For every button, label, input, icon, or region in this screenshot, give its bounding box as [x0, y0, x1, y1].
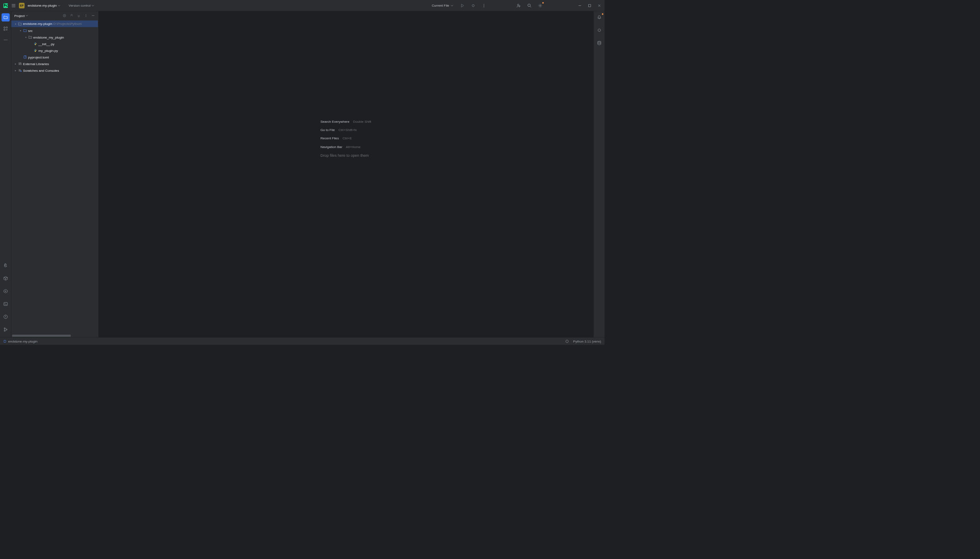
sidebar-title-label: Project [15, 14, 25, 17]
project-tool-button[interactable] [1, 13, 10, 22]
run-config-label: Current File [432, 4, 449, 7]
sidebar-hscrollbar[interactable] [11, 335, 98, 337]
right-tool-strip [593, 11, 604, 337]
python-packages-button[interactable] [1, 274, 10, 282]
status-module-name[interactable]: endstone-my-plugin [8, 339, 37, 343]
run-button[interactable] [459, 2, 466, 9]
hamburger-icon[interactable] [11, 3, 16, 8]
tree-label: External Libraries [23, 62, 49, 66]
svg-point-25 [86, 15, 86, 16]
titlebar: PC EP endstone-my-plugin Version control… [0, 0, 605, 11]
tree-label: __init__.py [39, 42, 55, 46]
tree-label: pyproject.toml [28, 55, 49, 59]
svg-text:T: T [24, 55, 27, 58]
tree-label: Scratches and Consoles [23, 68, 59, 72]
chevron-down-icon [92, 4, 94, 7]
project-dropdown[interactable]: endstone-my-plugin [28, 4, 61, 7]
hint-shortcut: Alt+Home [346, 145, 360, 148]
folder-icon [23, 29, 27, 32]
main: Project ▾ endstone-my-plugin D:\Projects… [0, 11, 605, 337]
select-opened-file-icon[interactable] [63, 14, 66, 17]
tree-file-init[interactable]: __init__.py [11, 40, 98, 47]
statusbar: endstone-my-plugin Python 3.11 (venv) [0, 337, 605, 345]
chevron-right-icon[interactable]: ▸ [14, 69, 17, 72]
svg-point-29 [35, 49, 35, 50]
editor-hints: Search Everywhere Double Shift Go to Fil… [320, 119, 371, 158]
hint-action: Go to File [320, 128, 335, 131]
more-actions-icon[interactable] [480, 2, 488, 9]
vcs-label: Version control [68, 4, 90, 7]
hint-go-to-file: Go to File Ctrl+Shift+N [320, 128, 371, 131]
chevron-right-icon[interactable]: ▸ [14, 62, 17, 65]
collapse-all-icon[interactable] [77, 14, 81, 17]
tree-file-plugin[interactable]: my_plugin.py [11, 47, 98, 54]
svg-point-8 [528, 4, 530, 6]
tree-file-pyproject[interactable]: T pyproject.toml [11, 54, 98, 61]
expand-all-icon[interactable] [70, 14, 73, 17]
project-tree[interactable]: ▾ endstone-my-plugin D:\Projects\Python\… [11, 20, 98, 335]
project-sidebar: Project ▾ endstone-my-plugin D:\Projects… [11, 11, 98, 337]
tree-external-libraries[interactable]: ▸ External Libraries [11, 61, 98, 67]
structure-tool-button[interactable] [1, 24, 10, 33]
chevron-down-icon[interactable]: ▾ [24, 36, 28, 39]
close-button[interactable] [597, 4, 601, 7]
tree-scratches[interactable]: ▸ Scratches and Consoles [11, 67, 98, 74]
python-file-icon [33, 49, 37, 52]
debug-button[interactable] [470, 2, 477, 9]
services-button[interactable] [1, 287, 10, 295]
notifications-button[interactable] [595, 13, 603, 22]
svg-rect-13 [4, 29, 5, 30]
titlebar-right: Current File [432, 2, 603, 9]
sidebar-options-icon[interactable] [84, 14, 88, 17]
app-icon[interactable]: PC [3, 3, 8, 8]
vcs-dropdown[interactable]: Version control [68, 4, 94, 7]
hint-shortcut: Double Shift [353, 119, 371, 123]
hide-sidebar-icon[interactable] [91, 14, 95, 17]
scratches-icon [18, 68, 22, 72]
tree-folder-pkg[interactable]: ▾ endstone_my_plugin [11, 34, 98, 40]
more-tools-button[interactable] [1, 36, 10, 44]
svg-point-4 [484, 4, 485, 5]
left-tool-strip [0, 11, 11, 337]
hint-search-everywhere: Search Everywhere Double Shift [320, 119, 371, 123]
search-icon[interactable] [526, 2, 533, 9]
ai-assistant-button[interactable] [595, 26, 603, 34]
run-config-dropdown[interactable]: Current File [432, 4, 454, 7]
status-python-interpreter[interactable]: Python 3.11 (venv) [573, 339, 601, 343]
terminal-button[interactable] [1, 300, 10, 308]
chevron-down-icon[interactable]: ▾ [19, 29, 23, 32]
chevron-down-icon[interactable]: ▾ [14, 22, 17, 25]
statusbar-right: Python 3.11 (venv) [565, 339, 601, 343]
python-console-button[interactable] [1, 262, 10, 270]
svg-point-16 [7, 39, 7, 40]
svg-point-28 [35, 43, 35, 43]
interpreter-icon[interactable] [565, 339, 569, 343]
vcs-button[interactable] [1, 326, 10, 334]
hint-navigation-bar: Navigation Bar Alt+Home [320, 145, 371, 148]
svg-point-20 [4, 331, 5, 331]
svg-point-27 [30, 37, 30, 37]
titlebar-left: PC EP endstone-my-plugin Version control [2, 2, 94, 8]
python-file-icon [33, 42, 37, 46]
hint-shortcut: Ctrl+E [342, 136, 352, 140]
code-with-me-icon[interactable] [515, 2, 522, 9]
svg-point-15 [5, 39, 6, 40]
svg-point-21 [6, 329, 7, 330]
database-button[interactable] [595, 39, 603, 47]
tree-root[interactable]: ▾ endstone-my-plugin D:\Projects\Python\ [11, 20, 98, 27]
sidebar-view-switcher[interactable]: Project [15, 14, 29, 17]
chevron-down-icon [451, 4, 453, 7]
maximize-button[interactable] [588, 4, 592, 7]
toml-file-icon: T [23, 55, 27, 59]
minimize-button[interactable] [578, 4, 582, 7]
module-icon [4, 340, 6, 343]
tree-path: D:\Projects\Python\ [53, 22, 82, 26]
settings-icon[interactable] [536, 2, 543, 9]
tree-folder-src[interactable]: ▾ src [11, 27, 98, 34]
svg-point-5 [484, 5, 485, 6]
svg-rect-11 [4, 27, 5, 28]
editor-area[interactable]: Search Everywhere Double Shift Go to Fil… [98, 11, 594, 337]
problems-button[interactable] [1, 313, 10, 321]
svg-rect-12 [6, 27, 7, 28]
scrollbar-thumb[interactable] [12, 335, 71, 337]
